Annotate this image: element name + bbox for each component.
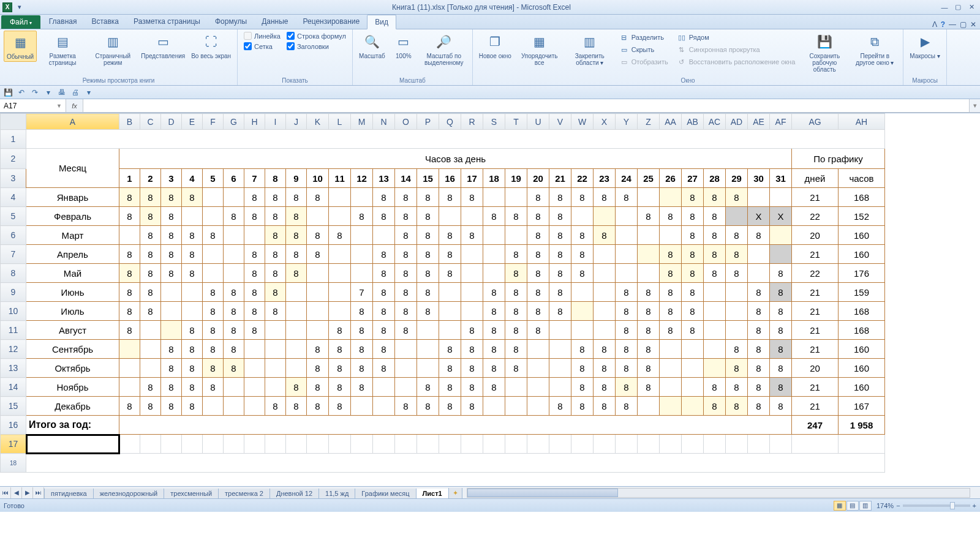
hours-cell [439, 321, 461, 340]
formula-input[interactable] [83, 99, 969, 112]
minimize-ribbon-icon[interactable]: ᐱ [932, 20, 937, 29]
minimize-icon[interactable]: ― [938, 2, 951, 12]
window-title: Книга1 (11).xlsx [Только для чтения] - M… [24, 3, 938, 12]
day-header: 16 [439, 169, 461, 188]
hide-button[interactable]: ▭Скрыть [618, 44, 669, 55]
ribbon: ▦Обычный ▤Разметка страницы ▥Страничный … [0, 29, 980, 86]
qat-dropdown-icon[interactable]: ▾ [15, 2, 24, 12]
hours-cell: 8 [161, 378, 182, 397]
zoom-button[interactable]: 🔍Масштаб [356, 31, 388, 61]
expand-formula-icon[interactable]: ▾ [969, 99, 980, 112]
hours-cell [351, 188, 373, 207]
days-cell: 21 [792, 188, 839, 207]
hours-cell: 8 [616, 397, 638, 416]
status-page-break-icon[interactable]: ▥ [859, 501, 872, 511]
header-days: дней [792, 169, 839, 188]
tab-nav-last-icon[interactable]: ⏭ [33, 487, 44, 498]
zoom-100-button[interactable]: ▭100% [389, 31, 418, 61]
zoom-slider[interactable] [903, 504, 970, 507]
spreadsheet-grid[interactable]: ABCDEFGHIJKLMNOPQRSTUVWXYZAAABACADAEAFAG… [0, 113, 980, 486]
ribbon-tab[interactable]: Формулы [208, 15, 254, 29]
ribbon-tab[interactable]: Вид [367, 15, 396, 29]
status-page-layout-icon[interactable]: ▤ [846, 501, 859, 511]
hours-cell: 8 [203, 321, 224, 340]
help-icon[interactable]: ? [941, 20, 945, 29]
name-box[interactable]: A17▼ [0, 99, 66, 112]
hours-cell [182, 283, 203, 302]
hours-cell: 8 [286, 264, 307, 283]
ribbon-tab[interactable]: Данные [254, 15, 295, 29]
hours-cell: 8 [161, 397, 182, 416]
sheet-tab[interactable]: железнодорожный [93, 489, 165, 499]
hours-cell: 8 [439, 245, 461, 264]
sheet-tab[interactable]: трехсменный [164, 489, 219, 499]
arrange-all-button[interactable]: ▦Упорядочить все [515, 31, 564, 67]
side-by-side-button[interactable]: ▯▯Рядом [676, 32, 797, 43]
sheet-tab[interactable]: Графики месяц [355, 489, 416, 499]
view-normal-button[interactable]: ▦Обычный [4, 31, 37, 62]
new-sheet-tab[interactable]: ✦ [448, 488, 462, 499]
gridlines-checkbox[interactable]: Сетка [244, 42, 281, 50]
sheet-tab[interactable]: тресменка 2 [218, 489, 270, 499]
tab-nav-first-icon[interactable]: ⏮ [0, 487, 11, 498]
fx-icon[interactable]: fx [66, 99, 83, 112]
sheet-tab[interactable]: пятидневка [44, 489, 94, 499]
hours-cell: 8 [439, 188, 461, 207]
tab-nav-next-icon[interactable]: ▶ [22, 487, 33, 498]
save-workspace-button[interactable]: 💾Сохранить рабочую область [800, 31, 849, 74]
headings-checkbox[interactable]: Заголовки [287, 42, 346, 50]
qat-dropdown2-icon[interactable]: ▾ [83, 87, 94, 98]
chevron-down-icon[interactable]: ▼ [56, 103, 62, 109]
save-icon[interactable]: 💾 [2, 87, 13, 98]
day-header: 10 [307, 169, 329, 188]
ribbon-tab[interactable]: Главная [42, 15, 85, 29]
window-close-icon[interactable]: ✕ [970, 20, 976, 29]
hours-cell [395, 340, 417, 359]
hours-cell: 8 [439, 340, 461, 359]
sheet-tab[interactable]: 11,5 жд [318, 489, 355, 499]
zoom-level[interactable]: 174% [876, 502, 894, 509]
window-minimize-icon[interactable]: ― [949, 20, 956, 29]
window-restore-icon[interactable]: ▢ [960, 20, 967, 29]
hours-cell [549, 340, 571, 359]
view-fullscreen-button[interactable]: ⛶Во весь экран [189, 31, 233, 61]
new-window-button[interactable]: ❐Новое окно [477, 31, 514, 61]
month-name: Август [26, 321, 119, 340]
month-name: Март [26, 226, 119, 245]
close-icon[interactable]: ✕ [965, 2, 978, 12]
hours-cell: 8 [329, 397, 351, 416]
status-normal-view-icon[interactable]: ▦ [834, 501, 846, 511]
hours-cell: 8 [439, 397, 461, 416]
zoom-out-icon[interactable]: − [896, 502, 900, 509]
hours-cell: 8 [203, 302, 224, 321]
hours-cell: 8 [571, 359, 594, 378]
hours-cell: 8 [770, 283, 792, 302]
freeze-panes-button[interactable]: ▥Закрепить области ▾ [565, 31, 614, 67]
tab-nav-prev-icon[interactable]: ◀ [11, 487, 22, 498]
formula-bar-checkbox[interactable]: Строка формул [287, 32, 346, 40]
horizontal-scrollbar[interactable] [467, 488, 970, 498]
hours-cell: 8 [770, 264, 792, 283]
view-page-layout-button[interactable]: ▤Разметка страницы [38, 31, 87, 67]
ruler-checkbox[interactable]: Линейка [244, 32, 281, 40]
switch-windows-button[interactable]: ⧉Перейти в другое окно ▾ [850, 31, 899, 67]
ribbon-tab[interactable]: Рецензирование [296, 15, 368, 29]
sheet-tab[interactable]: Лист1 [416, 489, 449, 499]
restore-icon[interactable]: ▢ [952, 2, 964, 12]
file-tab[interactable]: Файл [1, 15, 40, 29]
ribbon-tab[interactable]: Разметка страницы [126, 15, 208, 29]
macros-button[interactable]: ▶Макросы ▾ [907, 31, 942, 61]
quick-print-icon[interactable]: 🖨 [70, 87, 81, 98]
sheet-tab[interactable]: Дневной 12 [270, 489, 319, 499]
print-preview-icon[interactable]: 🖶 [56, 87, 67, 98]
undo-icon[interactable]: ↶ [16, 87, 27, 98]
qat-more-icon[interactable]: ▾ [43, 87, 54, 98]
redo-icon[interactable]: ↷ [29, 87, 40, 98]
zoom-in-icon[interactable]: + [973, 502, 976, 509]
zoom-selection-button[interactable]: 🔎Масштаб по выделенному [420, 31, 469, 67]
view-custom-button[interactable]: ▭Представления [138, 31, 187, 61]
view-page-break-button[interactable]: ▥Страничный режим [88, 31, 137, 67]
split-button[interactable]: ⊟Разделить [618, 32, 669, 43]
hours-cell: 8 [549, 207, 571, 226]
ribbon-tab[interactable]: Вставка [84, 15, 126, 29]
